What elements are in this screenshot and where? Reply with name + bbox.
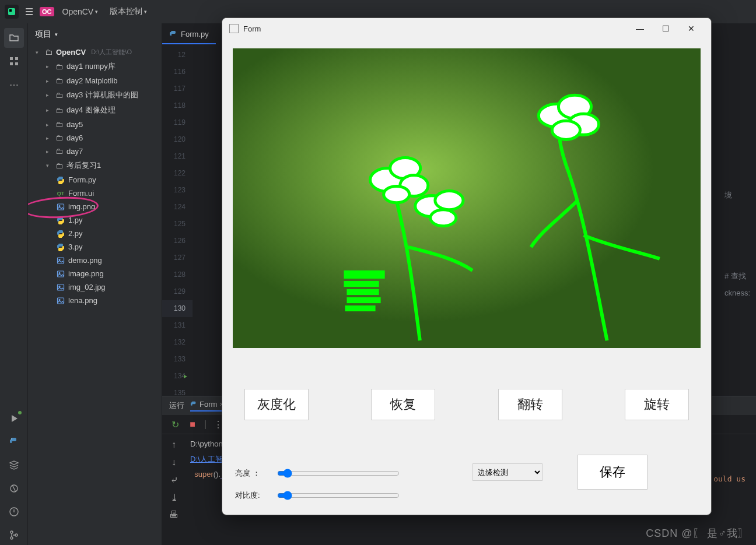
down-icon[interactable]: ↓	[168, 456, 180, 468]
svg-rect-38	[345, 305, 375, 311]
expand-icon[interactable]: ▸	[43, 135, 51, 141]
file-icon	[56, 283, 65, 291]
window-icon	[229, 24, 239, 33]
services-icon[interactable]	[4, 455, 24, 475]
tree-file[interactable]: img.png	[28, 200, 162, 213]
folder-icon: 🗀	[54, 62, 64, 71]
git-icon[interactable]	[4, 525, 24, 545]
tree-folder[interactable]: ▸🗀day2 Matplotlib	[28, 74, 162, 87]
file-label: 3.py	[68, 242, 83, 251]
root-path: D:\人工智能\O	[91, 48, 132, 57]
folder-icon: 🗀	[54, 91, 64, 100]
tree-folder[interactable]: ▸🗀day5	[28, 118, 162, 131]
chevron-down-icon: ▾	[144, 9, 147, 15]
tree-file[interactable]: image.png	[28, 267, 162, 280]
svg-rect-16	[58, 271, 64, 277]
svg-point-26	[552, 121, 580, 139]
form-window: Form — ☐ ✕	[222, 17, 712, 515]
project-tool-icon[interactable]	[4, 28, 24, 48]
expand-icon[interactable]: ▾	[43, 163, 51, 168]
python-console-icon[interactable]	[4, 432, 24, 452]
more-tool-icon[interactable]: ⋯	[4, 75, 24, 94]
svg-point-32	[435, 191, 463, 210]
rerun-icon[interactable]: ↻	[169, 419, 181, 430]
svg-rect-20	[58, 298, 64, 304]
close-button[interactable]: ✕	[678, 20, 704, 37]
project-panel: 项目 ▾ ▾ 🗀 OpenCV D:\人工智能\O ▸🗀day1 numpy库▸…	[28, 23, 162, 545]
tree-file[interactable]: demo.png	[28, 254, 162, 267]
structure-tool-icon[interactable]	[4, 51, 24, 71]
file-label: img.png	[68, 202, 95, 211]
scroll-icon[interactable]: ⤓	[168, 491, 180, 503]
svg-rect-37	[346, 297, 380, 303]
grayscale-button[interactable]: 灰度化	[244, 389, 309, 420]
svg-point-33	[430, 210, 456, 226]
tree-folder[interactable]: ▸🗀day1 numpy库	[28, 59, 162, 74]
line-gutter: 1211611711811912012112212312412512612712…	[162, 44, 192, 396]
watermark: CSDN @〖 是♂我〗	[646, 526, 749, 540]
main-menu-icon[interactable]	[23, 6, 35, 17]
svg-rect-2	[10, 57, 13, 60]
folder-icon: 🗀	[54, 76, 64, 85]
output-warn: ould us	[713, 474, 746, 483]
expand-icon[interactable]: ▸	[43, 107, 51, 113]
tree-file[interactable]: QTForm.ui	[28, 187, 162, 200]
effect-select[interactable]: 边缘检测	[473, 463, 542, 481]
chevron-down-icon: ▾	[55, 31, 58, 37]
contrast-slider[interactable]	[277, 491, 400, 500]
tree-folder-open[interactable]: ▾ 🗀 考后复习1	[28, 158, 162, 173]
expand-icon[interactable]: ▸	[43, 64, 51, 69]
svg-rect-3	[15, 57, 18, 60]
editor-tab[interactable]: Form.py	[162, 25, 216, 44]
expand-icon[interactable]: ▸	[43, 149, 51, 154]
panel-title: 项目	[35, 29, 51, 40]
file-label: lena.png	[68, 296, 97, 305]
expand-icon[interactable]: ▸	[43, 92, 51, 98]
svg-rect-1	[9, 9, 12, 12]
minimize-button[interactable]: —	[627, 20, 653, 37]
folder-label: day7	[66, 147, 83, 156]
save-button[interactable]: 保存	[578, 455, 648, 490]
maximize-button[interactable]: ☐	[653, 20, 678, 37]
svg-rect-14	[58, 258, 64, 263]
flip-button[interactable]: 翻转	[498, 389, 562, 420]
tree-file[interactable]: 2.py	[28, 227, 162, 240]
tree-file[interactable]: lena.png	[28, 294, 162, 307]
window-title: Form	[243, 24, 627, 33]
tab-label: Form.py	[181, 30, 209, 38]
brightness-label: 亮度 ：	[235, 468, 270, 479]
project-panel-header[interactable]: 项目 ▾	[28, 23, 162, 45]
run-tab-label: Form	[200, 400, 217, 409]
problems-icon[interactable]	[4, 502, 24, 522]
stop-icon[interactable]: ■	[187, 419, 198, 430]
file-label: img_02.jpg	[68, 283, 106, 291]
tree-folder[interactable]: ▸🗀day7	[28, 145, 162, 158]
tree-root[interactable]: ▾ 🗀 OpenCV D:\人工智能\O	[28, 45, 162, 59]
tree-file[interactable]: 1.py	[28, 213, 162, 227]
tree-folder[interactable]: ▸🗀day4 图像处理	[28, 103, 162, 118]
tree-folder[interactable]: ▸🗀day6	[28, 131, 162, 145]
contrast-label: 对比度:	[235, 490, 270, 501]
left-toolstrip: ⋯	[0, 23, 28, 545]
debug-icon[interactable]	[4, 479, 24, 498]
titlebar[interactable]: Form — ☐ ✕	[222, 18, 711, 39]
svg-point-9	[10, 531, 13, 533]
expand-icon[interactable]: ▸	[43, 78, 51, 84]
rotate-button[interactable]: 旋转	[625, 389, 689, 420]
expand-icon[interactable]: ▸	[43, 122, 51, 128]
up-icon[interactable]: ↑	[168, 439, 180, 451]
brightness-slider[interactable]	[277, 469, 400, 478]
run-tool-icon[interactable]	[4, 409, 24, 428]
restore-button[interactable]: 恢复	[371, 389, 435, 420]
tree-file[interactable]: 3.py	[28, 240, 162, 254]
tree-folder[interactable]: ▸🗀day3 计算机眼中的图	[28, 87, 162, 103]
project-dropdown[interactable]: OpenCV ▾	[59, 5, 102, 19]
svg-point-30	[384, 187, 410, 203]
tree-file[interactable]: img_02.jpg	[28, 280, 162, 294]
folder-label: day3 计算机眼中的图	[66, 90, 138, 100]
soft-wrap-icon[interactable]: ⤶	[168, 474, 180, 486]
print-icon[interactable]: 🖶	[168, 509, 180, 521]
expand-icon[interactable]: ▾	[33, 50, 41, 55]
vcs-dropdown[interactable]: 版本控制 ▾	[106, 4, 150, 19]
tree-file[interactable]: Form.py	[28, 173, 162, 187]
